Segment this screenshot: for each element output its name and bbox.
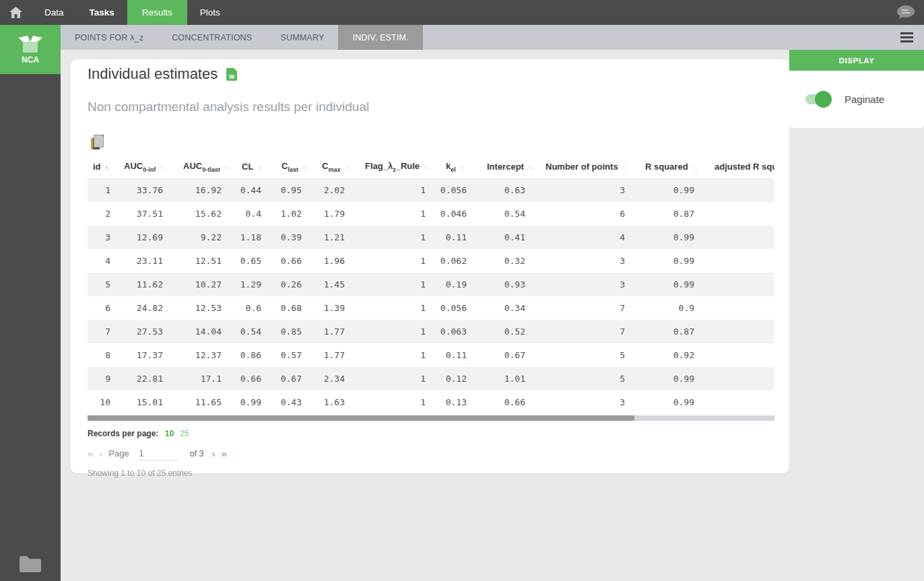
- table-cell: 9: [88, 367, 114, 390]
- table-cell: 1: [356, 296, 436, 320]
- column-header[interactable]: AUC0-tlast↑↓: [174, 156, 232, 178]
- tab-tasks[interactable]: Tasks: [77, 0, 127, 25]
- sort-icon[interactable]: ↑↓: [302, 164, 307, 170]
- table-cell: 0.99: [636, 178, 705, 202]
- subtab-indiv-estim[interactable]: INDIV. ESTIM.: [338, 25, 422, 50]
- table-cell: 9.22: [174, 226, 232, 249]
- table-cell: 3: [536, 273, 636, 296]
- table-cell: 12.53: [174, 296, 232, 320]
- subtab-concentrations[interactable]: CONCENTRATIONS: [158, 25, 266, 50]
- scrollbar-thumb[interactable]: [88, 415, 634, 421]
- table-cell: 1: [356, 226, 436, 249]
- sort-icon[interactable]: ↑↓: [257, 164, 262, 171]
- column-header[interactable]: kel↑↓: [436, 156, 477, 178]
- table-cell: 1.02: [272, 202, 312, 226]
- table-cell: 0.32: [477, 249, 536, 273]
- sort-icon[interactable]: ↑↓: [692, 164, 697, 171]
- table-cell: 5: [536, 343, 636, 367]
- table-row: 1015.0111.650.990.431.6310.130.6630.99: [88, 390, 774, 414]
- column-header[interactable]: AUC0-inf↑↓: [114, 156, 174, 178]
- table-cell: 12.51: [174, 249, 232, 273]
- sort-icon[interactable]: ↑↓: [424, 164, 428, 170]
- records-per-page-label: Records per page:: [88, 429, 158, 438]
- table-cell: 3: [536, 390, 636, 414]
- table-cell: 0.93: [477, 273, 536, 296]
- menu-button[interactable]: [900, 30, 913, 44]
- home-button[interactable]: [0, 0, 32, 25]
- package-box-icon: [16, 35, 44, 53]
- table-cell: 0.99: [636, 390, 705, 414]
- tab-results[interactable]: Results: [127, 0, 187, 25]
- horizontal-scrollbar[interactable]: [88, 415, 774, 421]
- next-page-button[interactable]: ›: [212, 448, 216, 458]
- page-number-input[interactable]: [139, 447, 178, 460]
- sort-icon[interactable]: ↑↓: [622, 164, 627, 171]
- table-cell: 0.63: [477, 178, 536, 202]
- table-cell: 1: [356, 343, 436, 367]
- paginate-toggle[interactable]: [805, 94, 830, 104]
- last-page-button[interactable]: »: [222, 448, 227, 458]
- tab-data[interactable]: Data: [32, 0, 77, 25]
- table-cell: 0.34: [477, 296, 536, 320]
- project-browser-button[interactable]: [0, 555, 61, 573]
- paginate-toggle-label: Paginate: [845, 94, 884, 105]
- tab-plots[interactable]: Plots: [187, 0, 233, 25]
- table-cell: 1.79: [312, 202, 356, 226]
- table-cell: 0.9: [636, 296, 705, 320]
- table-cell: 17.1: [174, 367, 232, 390]
- table-cell: 0.87: [636, 202, 705, 226]
- column-header[interactable]: R squared↑↓: [636, 156, 705, 178]
- records-option-25[interactable]: 25: [180, 429, 189, 438]
- sort-icon[interactable]: ↑↓: [105, 164, 110, 171]
- table-cell: 0.056: [436, 178, 477, 202]
- sort-icon[interactable]: ↑↓: [224, 164, 229, 170]
- sort-icon[interactable]: ↑↓: [344, 164, 349, 170]
- column-header[interactable]: id↑↓: [88, 156, 114, 178]
- sort-icon[interactable]: ↑↓: [528, 164, 533, 171]
- table-cell: 1.96: [312, 249, 356, 273]
- table-cell: 1.77: [312, 343, 356, 367]
- table-cell: 4: [88, 249, 114, 273]
- sort-icon[interactable]: ↑↓: [460, 164, 465, 170]
- prev-page-button[interactable]: ‹: [99, 448, 102, 458]
- column-header[interactable]: Clast↑↓: [272, 156, 312, 178]
- table-cell: 0.19: [436, 273, 477, 296]
- column-header[interactable]: Cmax↑↓: [312, 156, 356, 178]
- table-cell: 17.37: [114, 343, 174, 367]
- first-page-button[interactable]: «: [88, 448, 93, 458]
- table-row: 237.5115.620.41.021.7910.0460.5460.87: [88, 202, 774, 226]
- table-cell: 0.99: [232, 390, 272, 414]
- table-cell: 0.41: [477, 226, 536, 249]
- subtab-summary[interactable]: SUMMARY: [266, 25, 338, 50]
- export-word-icon[interactable]: w: [226, 68, 237, 81]
- table-cell: 8: [88, 343, 114, 367]
- table-cell: 0.67: [272, 367, 312, 390]
- table-cell: 1: [88, 178, 114, 202]
- table-cell: 0.66: [477, 390, 536, 414]
- pager: « ‹ Page of 3 › »: [88, 447, 774, 460]
- copy-table-button[interactable]: [91, 135, 104, 150]
- feedback-button[interactable]: [895, 0, 924, 25]
- display-panel: DISPLAY Paginate: [789, 50, 924, 128]
- table-cell: 1.63: [312, 390, 356, 414]
- column-header[interactable]: CL↑↓: [232, 156, 272, 178]
- results-card: Individual estimates w Non compartmental…: [71, 59, 789, 473]
- table-cell: [705, 367, 774, 390]
- table-cell: 0.99: [636, 249, 705, 273]
- table-cell: 4: [536, 226, 636, 249]
- table-cell: 1: [356, 249, 436, 273]
- display-panel-header: DISPLAY: [789, 50, 924, 71]
- table-cell: 12.37: [174, 343, 232, 367]
- sidebar-item-nca[interactable]: NCA: [0, 25, 61, 74]
- column-header[interactable]: adjusted R squ: [705, 156, 774, 178]
- table-row: 423.1112.510.650.661.9610.0620.3230.99: [88, 249, 774, 273]
- table-cell: 12.69: [114, 226, 174, 249]
- table-cell: 0.92: [636, 343, 705, 367]
- subtab-points-for-lambda-z[interactable]: POINTS FOR λ_z: [61, 25, 158, 50]
- sort-icon[interactable]: ↑↓: [160, 164, 164, 170]
- column-header[interactable]: Intercept↑↓: [477, 156, 536, 178]
- column-header[interactable]: Number of points↑↓: [536, 156, 636, 178]
- top-nav-spacer: [233, 0, 895, 25]
- records-option-10[interactable]: 10: [165, 429, 174, 438]
- column-header[interactable]: Flag_λz_Rule↑↓: [356, 156, 436, 178]
